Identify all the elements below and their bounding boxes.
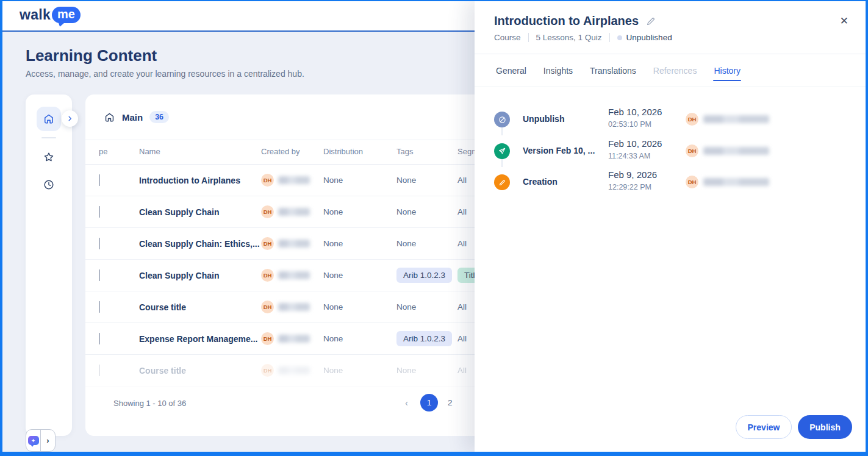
sidebar-divider xyxy=(41,137,56,138)
creator-avatar: DH xyxy=(261,301,274,313)
row-distribution: None xyxy=(323,271,396,280)
column-name[interactable]: Name xyxy=(139,147,261,157)
app-viewport: walk me Learning Content Access, manage,… xyxy=(0,0,868,456)
page-subtitle: Access, manage, and create your learning… xyxy=(26,69,304,79)
pagination-page-2[interactable]: 2 xyxy=(448,398,453,407)
status-dot-icon xyxy=(617,35,622,40)
column-distribution[interactable]: Distribution xyxy=(323,147,396,157)
type-icon-clipped xyxy=(99,238,99,249)
history-time: 02:53:10 PM xyxy=(608,120,651,129)
history-action: Creation xyxy=(523,177,558,187)
edit-title-button[interactable] xyxy=(646,16,656,26)
tag-pill: Arib 1.0.2.3 xyxy=(396,331,452,346)
sidebar-item-home[interactable] xyxy=(37,107,61,131)
assistant-chat-button[interactable]: ✦ xyxy=(26,430,41,451)
publish-button[interactable]: Publish xyxy=(798,415,852,439)
type-icon-clipped xyxy=(99,301,99,313)
ai-chat-bubble-icon: ✦ xyxy=(28,436,39,445)
assistant-widget: ✦ › xyxy=(26,429,56,452)
item-type-label: Course xyxy=(494,33,521,42)
redacted-creator-name xyxy=(278,240,310,248)
drawer-tabs: General Insights Translations References… xyxy=(475,54,868,87)
drawer-close-button[interactable]: ✕ xyxy=(839,15,850,27)
item-contents-label: 5 Lessons, 1 Quiz xyxy=(536,33,602,42)
row-distribution: None xyxy=(323,302,396,312)
creator-avatar: DH xyxy=(261,332,274,345)
creator-avatar: DH xyxy=(261,174,274,187)
tab-insights[interactable]: Insights xyxy=(543,54,573,87)
redacted-user-name xyxy=(703,147,769,155)
drawer-meta: Course 5 Lessons, 1 Quiz Unpublished xyxy=(494,33,672,42)
pencil-icon xyxy=(646,16,656,26)
row-name: Course title xyxy=(139,366,261,376)
pagination-summary: Showing 1 - 10 of 36 xyxy=(113,399,186,408)
sidebar-item-favorites[interactable] xyxy=(43,151,55,163)
meta-separator xyxy=(528,33,529,42)
chevron-right-icon: › xyxy=(46,436,49,445)
details-drawer: Introduction to Airplanes ✕ Course 5 Les… xyxy=(475,0,868,452)
sidebar-expand-button[interactable] xyxy=(62,110,78,127)
redacted-creator-name xyxy=(278,176,310,184)
row-name: Expense Report Manageme... xyxy=(139,334,261,344)
preview-button[interactable]: Preview xyxy=(736,415,792,439)
chevron-right-icon xyxy=(66,115,73,122)
tab-translations[interactable]: Translations xyxy=(590,54,636,87)
history-entry: Unpublish Feb 10, 2026 02:53:10 PM DH xyxy=(475,104,868,135)
history-action: Version Feb 10, ... xyxy=(523,146,595,155)
type-icon-clipped xyxy=(99,206,99,218)
history-time: 11:24:33 AM xyxy=(608,152,650,160)
row-tags: None xyxy=(396,176,457,185)
close-icon: ✕ xyxy=(840,15,848,27)
row-name: Clean Supply Chain xyxy=(139,207,261,217)
preview-border-top xyxy=(0,0,868,1)
row-distribution: None xyxy=(323,239,396,248)
row-name: Clean Supply Chain: Ethics,... xyxy=(139,239,261,249)
tab-references[interactable]: References xyxy=(653,54,697,87)
history-avatar: DH xyxy=(686,144,698,157)
redacted-creator-name xyxy=(278,271,310,279)
pagination-prev-icon[interactable]: ‹ xyxy=(403,395,411,410)
column-tags[interactable]: Tags xyxy=(396,147,457,157)
redacted-creator-name xyxy=(278,303,310,311)
home-icon xyxy=(43,113,55,125)
preview-border-left xyxy=(0,0,2,456)
tab-general[interactable]: General xyxy=(496,54,526,87)
redacted-creator-name xyxy=(278,335,310,343)
row-tags: None xyxy=(396,302,457,312)
row-distribution: None xyxy=(323,176,396,185)
sidebar-rail xyxy=(26,94,72,436)
row-distribution: None xyxy=(323,207,396,216)
row-tags: None xyxy=(396,207,457,216)
unpublish-icon xyxy=(494,112,510,127)
type-icon-clipped xyxy=(99,174,99,186)
drawer-title: Introduction to Airplanes xyxy=(494,14,639,28)
clock-icon xyxy=(43,179,55,191)
history-date: Feb 9, 2026 xyxy=(608,169,657,180)
column-type[interactable]: pe xyxy=(99,147,139,157)
redacted-user-name xyxy=(703,115,769,123)
creator-avatar: DH xyxy=(261,205,274,218)
history-time: 12:29:22 PM xyxy=(608,183,651,191)
folder-home-icon xyxy=(104,112,115,123)
assistant-expand-button[interactable]: › xyxy=(41,430,55,451)
status-badge: Unpublished xyxy=(617,33,672,42)
history-entry: Version Feb 10, ... Feb 10, 2026 11:24:3… xyxy=(475,135,868,167)
type-icon-clipped xyxy=(99,269,99,281)
redacted-creator-name xyxy=(278,366,310,374)
sidebar-item-recent[interactable] xyxy=(43,179,55,191)
column-created-by[interactable]: Created by xyxy=(261,147,323,157)
meta-separator xyxy=(609,33,610,42)
tab-history[interactable]: History xyxy=(714,54,741,87)
tag-pill: Arib 1.0.2.3 xyxy=(396,268,452,283)
preview-border-bottom xyxy=(0,452,868,456)
publish-version-icon xyxy=(494,143,510,159)
redacted-creator-name xyxy=(278,208,310,216)
row-tags: None xyxy=(396,366,457,375)
row-tags: None xyxy=(396,239,457,248)
type-icon-clipped xyxy=(99,333,99,344)
item-count-badge: 36 xyxy=(149,111,169,123)
pager: ‹ 1 2 xyxy=(403,394,453,411)
row-distribution: None xyxy=(323,334,396,343)
pagination-page-1[interactable]: 1 xyxy=(420,394,438,411)
status-label: Unpublished xyxy=(626,33,672,42)
